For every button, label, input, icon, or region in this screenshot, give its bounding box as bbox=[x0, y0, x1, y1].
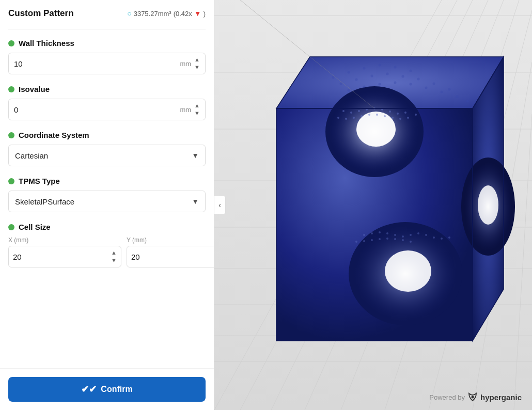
isovalue-unit: mm bbox=[180, 106, 191, 114]
isovalue-input[interactable] bbox=[14, 105, 180, 114]
svg-point-99 bbox=[471, 396, 474, 399]
svg-point-48 bbox=[394, 82, 397, 84]
svg-point-34 bbox=[379, 64, 381, 67]
header-meta: ○ 3375.27mm³ (0.42x ▼ ) bbox=[127, 9, 206, 18]
cell-x-down[interactable]: ▼ bbox=[111, 257, 117, 264]
confirm-check-icon: ✔✔ bbox=[81, 384, 97, 395]
viewport-svg bbox=[214, 0, 532, 410]
hyperganic-logo-icon bbox=[467, 392, 478, 402]
svg-point-56 bbox=[358, 110, 360, 112]
wall-thickness-up[interactable]: ▲ bbox=[194, 56, 200, 64]
svg-point-79 bbox=[402, 235, 404, 238]
svg-point-42 bbox=[417, 78, 420, 81]
coord-system-title: Coordinate System bbox=[19, 131, 89, 139]
cell-y-input[interactable] bbox=[131, 253, 214, 261]
svg-point-62 bbox=[404, 112, 406, 114]
wall-thickness-input-row: mm ▲ ▼ bbox=[8, 53, 206, 74]
isovalue-title: Isovalue bbox=[19, 85, 50, 93]
svg-point-72 bbox=[407, 117, 409, 119]
svg-point-91 bbox=[394, 238, 396, 240]
svg-point-52 bbox=[456, 96, 459, 98]
panel-content: Custom Pattern ○ 3375.27mm³ (0.42x ▼ ) W… bbox=[0, 0, 214, 368]
svg-point-86 bbox=[355, 241, 357, 243]
viewport-panel: ‹ bbox=[214, 0, 532, 410]
wall-thickness-dot bbox=[8, 40, 14, 46]
svg-point-69 bbox=[384, 115, 386, 117]
cell-size-inputs: X (mm) ▲ ▼ Y (mm) ▲ bbox=[8, 236, 206, 267]
cell-x-spinners: ▲ ▼ bbox=[111, 249, 117, 264]
cell-size-label-row: Cell Size bbox=[8, 223, 206, 231]
svg-point-90 bbox=[386, 238, 388, 240]
svg-point-88 bbox=[371, 239, 373, 241]
svg-point-46 bbox=[363, 86, 366, 88]
tpms-value: SkeletalPSurface bbox=[15, 197, 192, 206]
isovalue-up[interactable]: ▲ bbox=[194, 102, 200, 109]
tpms-chevron-icon: ▼ bbox=[192, 197, 199, 206]
svg-point-76 bbox=[379, 231, 381, 233]
cell-x-col: X (mm) ▲ ▼ bbox=[8, 236, 121, 267]
wall-thickness-input[interactable] bbox=[14, 59, 180, 68]
svg-point-74 bbox=[363, 234, 365, 236]
isovalue-dot bbox=[8, 86, 14, 92]
wall-thickness-spinners: ▲ ▼ bbox=[194, 56, 200, 71]
cell-size-dot bbox=[8, 224, 14, 230]
svg-point-64 bbox=[345, 118, 347, 120]
svg-point-85 bbox=[448, 236, 450, 239]
svg-point-82 bbox=[425, 234, 427, 236]
coord-system-dropdown[interactable]: Cartesian ▼ bbox=[8, 145, 206, 166]
svg-point-66 bbox=[361, 115, 363, 117]
svg-point-32 bbox=[348, 71, 350, 74]
dropdown-arrow-red-icon: ▼ bbox=[194, 9, 201, 18]
svg-point-43 bbox=[433, 83, 435, 85]
svg-point-27 bbox=[385, 250, 431, 292]
panel-title: Custom Pattern bbox=[8, 8, 74, 19]
svg-point-40 bbox=[386, 73, 389, 75]
confirm-button[interactable]: ✔✔ Confirm bbox=[8, 377, 206, 402]
volume-icon: ○ bbox=[127, 9, 131, 18]
wall-thickness-title: Wall Thickness bbox=[19, 39, 74, 48]
wall-thickness-down[interactable]: ▼ bbox=[194, 64, 200, 71]
wall-thickness-unit: mm bbox=[180, 60, 191, 68]
tpms-title: TPMS Type bbox=[19, 177, 60, 185]
svg-point-84 bbox=[441, 238, 443, 240]
svg-point-89 bbox=[379, 238, 381, 240]
cell-size-title: Cell Size bbox=[19, 223, 51, 231]
svg-point-31 bbox=[332, 76, 335, 79]
svg-point-39 bbox=[371, 75, 373, 77]
svg-point-77 bbox=[386, 232, 388, 234]
coord-system-label-row: Coordinate System bbox=[8, 131, 206, 139]
svg-point-36 bbox=[410, 70, 412, 72]
cell-x-up[interactable]: ▲ bbox=[111, 249, 117, 257]
svg-point-54 bbox=[342, 110, 345, 112]
svg-point-33 bbox=[363, 67, 366, 70]
svg-point-53 bbox=[466, 100, 469, 103]
collapse-button[interactable]: ‹ bbox=[214, 196, 226, 214]
isovalue-down[interactable]: ▼ bbox=[194, 109, 200, 117]
svg-point-51 bbox=[441, 91, 443, 93]
powered-by: Powered by hyperganic bbox=[429, 392, 522, 402]
left-panel: Custom Pattern ○ 3375.27mm³ (0.42x ▼ ) W… bbox=[0, 0, 214, 410]
svg-point-73 bbox=[415, 114, 417, 116]
hyperganic-brand: hyperganic bbox=[480, 393, 522, 402]
svg-point-37 bbox=[340, 83, 342, 85]
cell-x-input[interactable] bbox=[13, 253, 111, 261]
cell-y-input-row: ▲ ▼ bbox=[127, 246, 214, 267]
svg-point-68 bbox=[376, 114, 378, 116]
svg-point-93 bbox=[410, 241, 412, 243]
powered-by-text: Powered by bbox=[429, 393, 465, 401]
svg-point-92 bbox=[402, 239, 404, 241]
svg-point-80 bbox=[410, 234, 412, 236]
confirm-label: Confirm bbox=[101, 385, 132, 394]
tpms-label-row: TPMS Type bbox=[8, 177, 206, 185]
svg-point-63 bbox=[337, 117, 339, 119]
isovalue-label-row: Isovalue bbox=[8, 85, 206, 93]
svg-point-35 bbox=[394, 66, 397, 69]
svg-point-44 bbox=[448, 88, 451, 91]
isovalue-input-row: mm ▲ ▼ bbox=[8, 99, 206, 120]
svg-point-70 bbox=[392, 117, 394, 119]
svg-point-67 bbox=[368, 114, 370, 116]
svg-point-30 bbox=[478, 185, 498, 225]
tpms-dropdown[interactable]: SkeletalPSurface ▼ bbox=[8, 191, 206, 212]
cell-y-label: Y (mm) bbox=[127, 236, 214, 244]
wall-thickness-label-row: Wall Thickness bbox=[8, 39, 206, 48]
